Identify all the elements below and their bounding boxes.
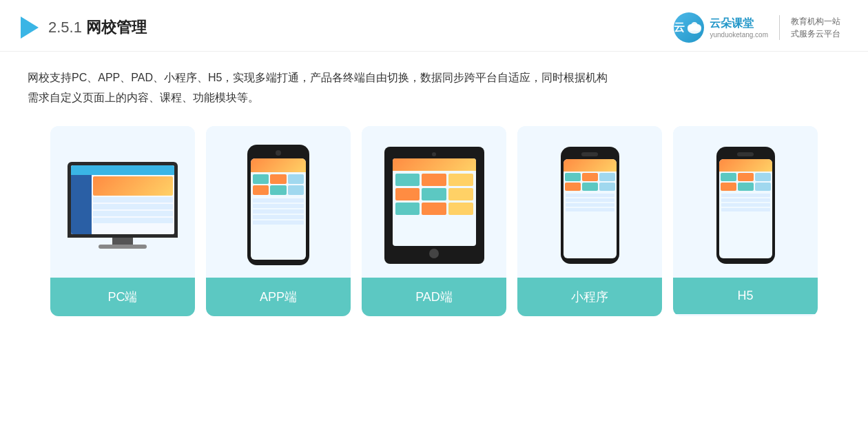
pc-content-row [93,204,173,209]
brand-slogan: 教育机构一站 式服务云平台 [791,15,840,40]
brand-url: yunduoketang.com [710,31,768,39]
h5-screen-top [719,159,772,172]
phone-icon [270,185,286,195]
pad-device [384,147,484,264]
app-phone-device [247,145,309,265]
phone-screen-top [251,158,306,172]
pad-grid-item [422,188,446,200]
h5-icons [719,172,772,192]
pad-screen-top [393,158,476,171]
header-right: 云朵课堂 yunduoketang.com 教育机构一站 式服务云平台 [674,12,840,43]
pad-screen-grid [393,171,476,218]
description-line1: 网校支持PC、APP、PAD、小程序、H5，实现多端打通，产品各终端自由切换，数… [28,72,608,83]
card-image-pad [362,126,506,278]
miniprogram-icon [599,183,615,191]
phone-content-rows [251,197,306,227]
phone-icon [270,174,286,184]
miniprogram-icon [582,183,598,191]
section-number: 2.5.1 [48,19,82,36]
miniprogram-icon [565,173,581,181]
header-left: 2.5.1 网校管理 [21,17,147,39]
h5-icon [755,183,771,191]
pad-grid-item [395,203,420,215]
brand-divider [779,15,780,40]
brand-logo: 云朵课堂 yunduoketang.com 教育机构一站 式服务云平台 [674,12,840,43]
page-container: 2.5.1 网校管理 云朵课堂 yunduoketa [0,0,868,434]
phone-screen-icons [251,172,306,197]
card-image-miniprogram [517,126,662,278]
phone-icon [288,185,304,195]
card-label-app: APP端 [206,278,351,316]
card-label-h5: H5 [673,278,818,314]
pc-screen-bar [71,165,174,175]
brand-name: 云朵课堂 [710,17,768,31]
pad-camera [432,152,436,156]
h5-icon [738,183,754,191]
phone-notch [581,152,598,156]
miniprogram-phone [561,147,619,264]
pc-content-row [93,218,173,223]
cards-section: PC端 [0,119,868,330]
phone-icon [253,174,269,184]
card-app: APP端 [206,126,351,316]
miniprogram-icon [582,173,598,181]
card-image-app [206,126,351,278]
card-label-miniprogram: 小程序 [517,278,662,316]
pc-main-area [92,175,174,234]
pc-screen [71,165,174,234]
h5-phone-notch [737,152,754,156]
description-text: 网校支持PC、APP、PAD、小程序、H5，实现多端打通，产品各终端自由切换，数… [28,68,840,108]
header: 2.5.1 网校管理 云朵课堂 yunduoketa [0,0,868,52]
section-name: 网校管理 [86,19,147,36]
phone-icon [253,185,269,195]
card-label-pc: PC端 [50,278,195,316]
description-line2: 需求自定义页面上的内容、课程、功能模块等。 [28,92,259,103]
h5-icon [721,183,736,191]
h5-screen [719,159,772,258]
brand-text: 云朵课堂 yunduoketang.com [710,17,768,39]
miniprogram-icons [564,172,617,192]
pad-grid-item [448,203,473,215]
card-image-h5 [673,126,818,278]
miniprogram-screen-top [564,159,617,172]
h5-icon [755,173,771,181]
card-h5: H5 [673,126,818,316]
pc-screen-content [71,165,174,234]
pc-monitor [68,162,178,238]
card-miniprogram: 小程序 [517,126,662,316]
pc-content-row [93,197,173,203]
brand-icon [674,12,704,43]
pc-main-banner [93,176,173,196]
pad-grid-item [395,174,420,186]
miniprogram-screen [564,159,617,258]
h5-icon [721,173,736,181]
pc-stand [112,238,133,245]
description-section: 网校支持PC、APP、PAD、小程序、H5，实现多端打通，产品各终端自由切换，数… [0,52,868,119]
page-title: 2.5.1 网校管理 [48,17,147,38]
pc-sidebar [71,175,92,234]
pad-grid-item [448,174,473,186]
pc-base [99,245,147,249]
card-image-pc [50,126,195,278]
card-label-pad: PAD端 [362,278,506,316]
cloud-icon [685,18,704,37]
pad-grid-item [395,188,420,200]
pad-home-button [429,249,439,258]
phone-icon [288,174,304,184]
app-phone-screen [251,158,306,260]
pad-screen [393,158,476,246]
pad-grid-item [422,174,446,186]
card-pc: PC端 [50,126,195,316]
pad-grid-item [448,188,473,200]
pc-content-row [93,211,173,216]
card-pad: PAD端 [362,126,506,316]
svg-point-3 [691,22,698,29]
h5-icon [738,173,754,181]
pc-screen-body [71,175,174,234]
h5-content-rows [719,192,772,214]
logo-triangle-icon [21,17,39,39]
h5-phone [716,147,775,264]
miniprogram-icon [565,183,581,191]
miniprogram-content-rows [564,192,617,214]
miniprogram-icon [599,173,615,181]
